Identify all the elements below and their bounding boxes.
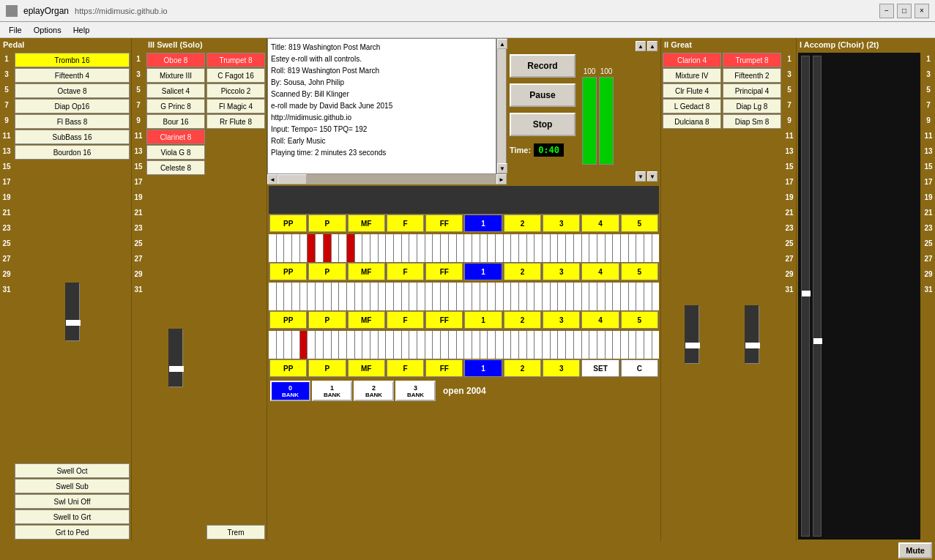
great-stop-dulciana[interactable]: Dulciana 8 (663, 114, 721, 129)
vel-ff-4[interactable]: FF (425, 359, 463, 377)
vel-ff-1[interactable]: FF (425, 214, 463, 232)
vel-3-2[interactable]: 3 (543, 263, 580, 280)
maximize-button[interactable]: □ (897, 4, 912, 18)
vel-f-2[interactable]: F (387, 263, 424, 280)
vel-mf-4[interactable]: MF (348, 359, 385, 377)
menu-help[interactable]: Help (67, 24, 96, 36)
info-vscrollbar[interactable]: ▲ ▼ (496, 38, 507, 174)
menu-options[interactable]: Options (28, 24, 67, 36)
vel-p-1[interactable]: P (308, 214, 346, 232)
swell-btn-trem[interactable]: Trem (206, 525, 265, 540)
vel-2-2[interactable]: 2 (504, 263, 541, 280)
vel-c-4[interactable]: C (621, 359, 658, 377)
vel-3-3[interactable]: 3 (543, 311, 580, 329)
vel-3-4[interactable]: 3 (543, 359, 580, 377)
vel-pp-3[interactable]: PP (269, 311, 307, 329)
vel-4-3[interactable]: 4 (581, 311, 619, 329)
great-stop-clrflute[interactable]: Clr Flute 4 (663, 83, 721, 98)
record-button[interactable]: Record (510, 54, 575, 78)
great-stop-diaplg[interactable]: Diap Lg 8 (723, 99, 781, 113)
scroll-up-btn[interactable]: ▲ (497, 39, 507, 49)
pedal-btn-grt-ped[interactable]: Grt to Ped (15, 525, 130, 540)
vel-1-3[interactable]: 1 (464, 311, 502, 329)
pause-button[interactable]: Pause (510, 83, 575, 107)
hscroll-thumb[interactable] (277, 174, 307, 184)
ctrl-scroll-down2[interactable]: ▼ (647, 171, 658, 182)
vel-5-2[interactable]: 5 (621, 263, 658, 280)
scroll-down-btn[interactable]: ▼ (497, 163, 507, 173)
vel-1-2[interactable]: 1 (464, 263, 502, 280)
pedal-btn-swell-sub[interactable]: Swell Sub (15, 479, 130, 493)
hscroll-right-btn[interactable]: ► (496, 174, 507, 184)
pedal-stop-bourdon[interactable]: Bourdon 16 (15, 145, 130, 160)
swell-stop-flmagic[interactable]: Fl Magic 4 (206, 99, 265, 113)
vel-set-4[interactable]: SET (581, 359, 619, 377)
swell-stop-trumpet[interactable]: Trumpet 8 (206, 53, 265, 67)
vel-3-1[interactable]: 3 (543, 214, 580, 232)
great-stop-clarion[interactable]: Clarion 4 (663, 53, 721, 67)
close-button[interactable]: × (914, 4, 929, 18)
vel-5-1[interactable]: 5 (621, 214, 658, 232)
swell-slider[interactable] (168, 329, 183, 387)
vel-p-3[interactable]: P (308, 311, 346, 329)
pedal-stop-trombn[interactable]: Trombn 16 (15, 53, 130, 67)
vel-1-1[interactable]: 1 (464, 214, 502, 232)
vel-f-4[interactable]: F (387, 359, 424, 377)
vel-2-4[interactable]: 2 (504, 359, 541, 377)
vel-ff-2[interactable]: FF (425, 263, 463, 280)
swell-stop-viola[interactable]: Viola G 8 (146, 145, 205, 160)
ctrl-scroll-right[interactable]: ▲ (647, 41, 658, 51)
pedal-stop-fifteenth[interactable]: Fifteenth 4 (15, 68, 130, 83)
vel-p-2[interactable]: P (308, 263, 346, 280)
pedal-btn-swell-oct[interactable]: Swell Oct (15, 463, 130, 478)
ctrl-scroll-up[interactable]: ▲ (636, 41, 646, 51)
scroll-track[interactable] (497, 49, 506, 163)
mute-button[interactable]: Mute (898, 542, 932, 559)
hscroll-track[interactable] (277, 174, 496, 184)
great-stop-fifteenth[interactable]: Fifteenth 2 (723, 68, 781, 83)
swell-stop-clarinet[interactable]: Clarinet 8 (146, 130, 205, 144)
hscroll-left-btn[interactable]: ◄ (267, 174, 277, 184)
great-slider[interactable] (685, 305, 699, 364)
ctrl-scroll-down1[interactable]: ▼ (636, 171, 646, 182)
bank-btn-3[interactable]: 3 BANK (395, 381, 436, 401)
vel-2-3[interactable]: 2 (504, 311, 541, 329)
vel-pp-2[interactable]: PP (269, 263, 307, 280)
vel-pp-1[interactable]: PP (269, 214, 307, 232)
swell-stop-gprinc[interactable]: G Princ 8 (146, 99, 205, 113)
pedal-stop-flbass[interactable]: Fl Bass 8 (15, 114, 130, 129)
swell-stop-bour[interactable]: Bour 16 (146, 114, 205, 129)
pedal-slider[interactable] (65, 283, 80, 341)
swell-stop-cfagot[interactable]: C Fagot 16 (206, 68, 265, 83)
progress-bar-right[interactable] (599, 77, 614, 165)
vel-5-3[interactable]: 5 (621, 311, 658, 329)
swell-stop-salicet[interactable]: Salicet 4 (146, 83, 205, 98)
vel-ff-3[interactable]: FF (425, 311, 463, 329)
pedal-stop-diap[interactable]: Diap Op16 (15, 99, 130, 113)
vel-pp-4[interactable]: PP (269, 359, 307, 377)
vel-4-1[interactable]: 4 (581, 214, 619, 232)
swell-stop-mixture[interactable]: Mixture III (146, 68, 205, 83)
great-stop-mixture[interactable]: Mixture IV (663, 68, 721, 83)
swell-stop-oboe[interactable]: Oboe 8 (146, 53, 205, 67)
swell-stop-rrflute[interactable]: Rr Flute 8 (206, 114, 265, 129)
progress-bar-left[interactable] (582, 77, 597, 165)
great-stop-trumpet[interactable]: Trumpet 8 (723, 53, 781, 67)
pedal-btn-swl-uni[interactable]: Swl Uni Off (15, 494, 130, 509)
bank-btn-1[interactable]: 1 BANK (312, 381, 352, 401)
vel-mf-2[interactable]: MF (348, 263, 385, 280)
vel-p-4[interactable]: P (308, 359, 346, 377)
vel-4-2[interactable]: 4 (581, 263, 619, 280)
vel-1-4[interactable]: 1 (464, 359, 502, 377)
bank-btn-2[interactable]: 2 BANK (354, 381, 394, 401)
pedal-stop-octave[interactable]: Octave 8 (15, 83, 130, 98)
vel-2-1[interactable]: 2 (504, 214, 541, 232)
pedal-stop-subbass[interactable]: SubBass 16 (15, 130, 130, 144)
great-stop-diapsm[interactable]: Diap Sm 8 (723, 114, 781, 129)
minimize-button[interactable]: − (879, 4, 894, 18)
vel-mf-1[interactable]: MF (348, 214, 385, 232)
vel-f-3[interactable]: F (387, 311, 424, 329)
vel-mf-3[interactable]: MF (348, 311, 385, 329)
swell-stop-piccolo[interactable]: Piccolo 2 (206, 83, 265, 98)
stop-button[interactable]: Stop (510, 113, 575, 136)
